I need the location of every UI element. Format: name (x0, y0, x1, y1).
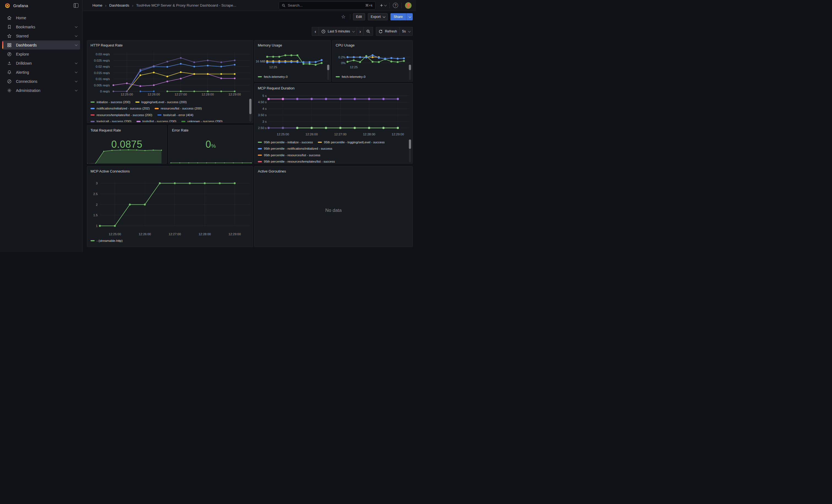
sidebar: Grafana Home Bookmarks Starred Dashboard… (0, 0, 82, 252)
legend-item[interactable]: 95th percentile - resources/templates/li… (258, 160, 335, 163)
scrollbar[interactable] (249, 99, 252, 122)
panel-title[interactable]: Memory Usage (258, 43, 282, 47)
scrollbar[interactable] (409, 65, 411, 80)
plug-icon (7, 79, 12, 84)
edit-button[interactable]: Edit (353, 13, 365, 20)
sidebar-item-label: Connections (16, 79, 71, 84)
legend-swatch (258, 155, 262, 156)
legend-item[interactable]: 95th percentile - initialize - success (258, 140, 313, 144)
breadcrumb-dashboards[interactable]: Dashboards (109, 3, 129, 7)
divider (350, 14, 350, 20)
time-forward-button[interactable]: › (357, 27, 364, 36)
legend-item[interactable]: tools/call - success (200) (90, 120, 131, 122)
chart-mcp-active-connections[interactable]: 32.521.5112:25:0012:26:0012:27:0012:28:0… (87, 166, 253, 247)
legend-swatch (90, 114, 95, 116)
time-range-picker[interactable]: Last 5 minutes (319, 27, 357, 36)
share-menu-button[interactable] (406, 13, 413, 20)
svg-text:12:25:00: 12:25:00 (277, 133, 289, 136)
sidebar-item-alerting[interactable]: Alerting (2, 68, 80, 77)
breadcrumb-separator: › (132, 3, 133, 8)
time-back-button[interactable]: ‹ (312, 27, 319, 36)
panel-memory-usage[interactable]: Memory Usage 16 MiB12:25 fetch-telemetry… (254, 40, 331, 82)
sidebar-item-administration[interactable]: Administration (2, 86, 80, 95)
legend-item[interactable]: notifications/initialized - success (202… (90, 107, 150, 110)
panel-mcp-request-duration[interactable]: MCP Request Duration 2.50 s3 s3.50 s4 s4… (254, 83, 413, 164)
sidebar-item-explore[interactable]: Explore (2, 50, 80, 59)
chevron-down-icon[interactable] (75, 71, 78, 73)
svg-text:12:25:00: 12:25:00 (109, 233, 121, 236)
legend-swatch (258, 161, 262, 162)
sidebar-item-starred[interactable]: Starred (2, 31, 80, 41)
stat-value: 0% (168, 139, 253, 150)
add-button[interactable]: + (380, 3, 386, 8)
chevron-down-icon[interactable] (75, 43, 78, 46)
panel-http-request-rate[interactable]: HTTP Request Rate 0 req/s0.005 req/s0.01… (87, 40, 253, 123)
grafana-logo-icon[interactable] (4, 2, 10, 8)
dashboards-grid-icon (7, 43, 12, 48)
chevron-down-icon[interactable] (75, 61, 78, 64)
chevron-down-icon (384, 4, 387, 6)
breadcrumb-home[interactable]: Home (93, 3, 102, 7)
time-range-group: ‹ Last 5 minutes › (312, 27, 373, 36)
dock-sidebar-icon[interactable] (74, 3, 78, 8)
panel-title[interactable]: Error Rate (172, 128, 188, 132)
legend-item[interactable]: logging/setLevel - success (200) (135, 100, 187, 104)
refresh-button[interactable]: Refresh (376, 27, 400, 36)
search-input[interactable]: Search... ⌘+k (279, 1, 375, 10)
panel-title[interactable]: MCP Active Connections (90, 169, 130, 173)
legend-item[interactable]: initialize - success (200) (90, 100, 130, 104)
svg-text:12:29:00: 12:29:00 (229, 93, 241, 96)
legend-label: resources/list - success (200) (161, 107, 202, 110)
scrollbar[interactable] (327, 65, 329, 80)
legend-item[interactable]: fetch-telemetry-0 (258, 75, 287, 78)
legend-label: 95th percentile - logging/setLevel - suc… (324, 140, 385, 144)
bookmark-icon (7, 24, 12, 30)
svg-text:0.01 req/s: 0.01 req/s (96, 77, 110, 81)
refresh-label: Refresh (385, 29, 397, 33)
zoom-out-button[interactable] (364, 27, 373, 36)
panel-cpu-usage[interactable]: CPU Usage 0.2%0%12:25 fetch-telemetry-0 (332, 40, 413, 82)
chevron-down-icon[interactable] (75, 88, 78, 91)
export-button[interactable]: Export (368, 13, 388, 20)
panel-error-rate[interactable]: Error Rate 0% (168, 125, 253, 164)
scrollbar[interactable] (409, 139, 411, 162)
favorite-star-button[interactable]: ☆ (339, 14, 347, 20)
chevron-down-icon[interactable] (75, 80, 78, 82)
legend-swatch (90, 108, 95, 109)
panel-title[interactable]: HTTP Request Rate (90, 43, 123, 47)
legend-swatch (90, 240, 95, 242)
panel-active-goroutines[interactable]: Active Goroutines No data (254, 166, 413, 247)
sidebar-item-drilldown[interactable]: Drilldown (2, 59, 80, 68)
chevron-down-icon[interactable] (75, 34, 78, 37)
legend-item[interactable]: resources/list - success (200) (155, 107, 202, 110)
help-button[interactable]: ? (393, 3, 398, 8)
legend-item[interactable]: tools/list - success (200) (136, 120, 176, 122)
legend-item[interactable]: resources/templates/list - success (200) (90, 113, 152, 117)
sidebar-item-home[interactable]: Home (2, 13, 80, 22)
panel-title[interactable]: Active Goroutines (258, 169, 286, 173)
share-button[interactable]: Share (390, 13, 413, 20)
sidebar-item-bookmarks[interactable]: Bookmarks (2, 22, 80, 31)
legend-item[interactable]: - (streamable-http) (90, 239, 123, 242)
svg-text:12:26:00: 12:26:00 (305, 133, 318, 136)
bell-icon (7, 70, 12, 75)
sidebar-item-dashboards[interactable]: Dashboards (2, 41, 80, 50)
svg-text:3: 3 (96, 182, 98, 185)
legend-item[interactable]: tools/call - error (404) (157, 113, 193, 117)
legend-item[interactable]: fetch-telemetry-0 (336, 75, 365, 78)
panel-total-request-rate[interactable]: Total Request Rate 0.0875 (87, 125, 167, 164)
panel-title[interactable]: MCP Request Duration (258, 86, 294, 90)
sidebar-item-label: Explore (16, 52, 77, 56)
refresh-interval-picker[interactable]: 5s (400, 27, 413, 36)
sidebar-item-connections[interactable]: Connections (2, 77, 80, 86)
legend-item[interactable]: 95th percentile - resources/list - succe… (258, 154, 320, 157)
legend-item[interactable]: unknown - success (200) (181, 120, 223, 122)
legend-item[interactable]: 95th percentile - logging/setLevel - suc… (318, 140, 385, 144)
avatar[interactable] (405, 2, 412, 9)
panel-title[interactable]: CPU Usage (336, 43, 355, 47)
panel-mcp-active-connections[interactable]: MCP Active Connections 32.521.5112:25:00… (87, 166, 253, 247)
legend-swatch (181, 121, 185, 122)
panel-title[interactable]: Total Request Rate (90, 128, 121, 132)
legend-item[interactable]: 95th percentile - notifications/initiali… (258, 147, 332, 150)
chevron-down-icon[interactable] (75, 25, 78, 28)
